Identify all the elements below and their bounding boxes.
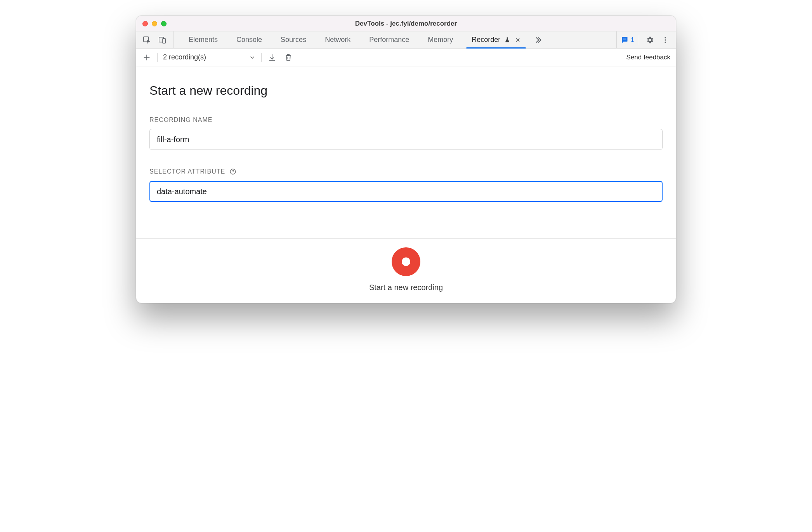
chevron-down-icon: [249, 54, 256, 61]
close-window-button[interactable]: [142, 21, 148, 26]
tab-sources[interactable]: Sources: [273, 31, 314, 48]
tab-label: Memory: [428, 36, 453, 44]
window-controls: [142, 21, 167, 26]
svg-point-5: [665, 39, 666, 40]
titlebar: DevTools - jec.fyi/demo/recorder: [136, 16, 676, 31]
send-feedback-link[interactable]: Send feedback: [626, 54, 670, 61]
recording-name-input[interactable]: [149, 129, 663, 150]
zoom-window-button[interactable]: [161, 21, 167, 26]
minimize-window-button[interactable]: [152, 21, 157, 26]
selector-attribute-label: Selector Attribute: [149, 168, 663, 176]
tab-memory[interactable]: Memory: [420, 31, 461, 48]
recorder-footer: Start a new recording: [136, 238, 676, 303]
device-toolbar-icon[interactable]: [157, 35, 167, 45]
record-button-label: Start a new recording: [369, 283, 443, 292]
tab-performance[interactable]: Performance: [361, 31, 417, 48]
tab-recorder[interactable]: Recorder: [464, 31, 528, 48]
inspect-controls: [136, 31, 174, 48]
tab-console[interactable]: Console: [229, 31, 270, 48]
svg-point-8: [232, 173, 233, 174]
new-recording-icon[interactable]: [142, 52, 152, 63]
issues-count: 1: [631, 36, 634, 44]
inspect-element-icon[interactable]: [142, 35, 152, 45]
tab-label: Performance: [369, 36, 409, 44]
recorder-toolbar: 2 recording(s) Send feedback: [136, 49, 676, 66]
selector-attribute-group: Selector Attribute: [149, 168, 663, 202]
issues-button[interactable]: 1: [621, 35, 639, 45]
tab-label: Sources: [281, 36, 306, 44]
tab-label: Network: [325, 36, 350, 44]
record-icon: [402, 257, 410, 266]
devtools-window: DevTools - jec.fyi/demo/recorder Element…: [136, 16, 676, 303]
selector-attribute-label-text: Selector Attribute: [149, 168, 225, 175]
tab-network[interactable]: Network: [317, 31, 358, 48]
selector-attribute-input[interactable]: [149, 181, 663, 202]
settings-icon[interactable]: [645, 35, 655, 45]
divider: [157, 53, 158, 62]
svg-point-4: [665, 37, 666, 38]
tab-strip: Elements Console Sources Network Perform…: [136, 31, 676, 49]
recordings-dropdown-label: 2 recording(s): [163, 53, 206, 61]
page-title: Start a new recording: [149, 83, 663, 98]
tab-elements[interactable]: Elements: [181, 31, 226, 48]
divider: [261, 53, 262, 62]
delete-icon[interactable]: [283, 52, 293, 63]
kebab-menu-icon[interactable]: [660, 35, 670, 45]
close-tab-icon[interactable]: [515, 37, 521, 43]
svg-rect-3: [623, 38, 626, 39]
flask-icon: [504, 37, 510, 43]
more-tabs-button[interactable]: [531, 31, 545, 48]
svg-point-6: [665, 42, 666, 43]
tab-strip-actions: 1: [616, 31, 676, 48]
window-title: DevTools - jec.fyi/demo/recorder: [136, 20, 676, 28]
export-icon[interactable]: [267, 52, 277, 63]
recordings-dropdown[interactable]: 2 recording(s): [163, 53, 256, 61]
recorder-panel: Start a new recording Recording Name Sel…: [136, 66, 676, 238]
panel-tabs: Elements Console Sources Network Perform…: [174, 31, 616, 48]
recording-name-label: Recording Name: [149, 116, 663, 123]
tab-label: Recorder: [472, 36, 500, 44]
tab-label: Console: [236, 36, 262, 44]
record-button[interactable]: [392, 247, 420, 276]
recording-name-group: Recording Name: [149, 116, 663, 150]
help-icon[interactable]: [229, 168, 237, 176]
tab-label: Elements: [189, 36, 218, 44]
svg-rect-2: [163, 38, 165, 43]
